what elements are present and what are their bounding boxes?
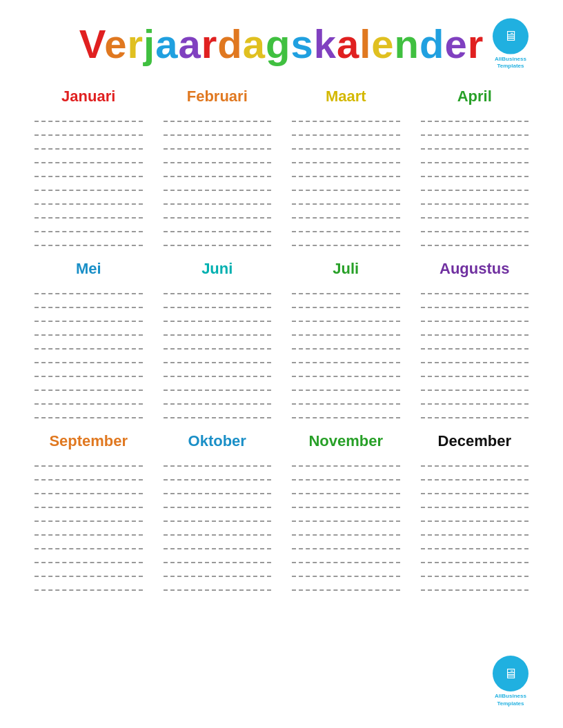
dashed-lines bbox=[34, 285, 143, 418]
dashed-line bbox=[421, 498, 529, 508]
dashed-line bbox=[421, 367, 529, 377]
dashed-line bbox=[164, 340, 272, 350]
logo-bottom: 🖥 AllBusinessTemplates bbox=[493, 656, 529, 707]
month-title: Juli bbox=[292, 260, 400, 278]
dashed-line bbox=[34, 409, 143, 418]
dashed-line bbox=[421, 112, 529, 122]
dashed-line bbox=[292, 223, 400, 232]
dashed-line bbox=[164, 181, 272, 191]
month-section: April bbox=[421, 88, 529, 246]
dashed-line bbox=[292, 126, 400, 136]
dashed-line bbox=[34, 554, 143, 563]
dashed-line bbox=[164, 526, 272, 536]
dashed-line bbox=[421, 168, 529, 177]
dashed-lines bbox=[421, 285, 529, 418]
dashed-line bbox=[34, 354, 143, 363]
dashed-line bbox=[164, 195, 272, 205]
dashed-line bbox=[164, 471, 272, 481]
month-section: Juli bbox=[292, 260, 400, 418]
dashed-line bbox=[164, 381, 272, 391]
dashed-line bbox=[421, 409, 529, 418]
dashed-line bbox=[292, 354, 400, 363]
dashed-line bbox=[421, 457, 529, 467]
dashed-line bbox=[34, 395, 143, 405]
dashed-line bbox=[164, 236, 272, 246]
dashed-line bbox=[164, 112, 272, 122]
dashed-line bbox=[292, 326, 400, 336]
logo-text-bottom: AllBusinessTemplates bbox=[495, 693, 526, 707]
month-section: Augustus bbox=[421, 260, 529, 418]
dashed-line bbox=[34, 485, 143, 494]
dashed-line bbox=[34, 209, 143, 219]
dashed-line bbox=[34, 140, 143, 150]
dashed-line bbox=[34, 498, 143, 508]
dashed-line bbox=[164, 367, 272, 377]
dashed-lines bbox=[164, 457, 272, 591]
dashed-lines bbox=[421, 457, 529, 591]
dashed-line bbox=[164, 168, 272, 177]
dashed-lines bbox=[34, 112, 143, 246]
dashed-line bbox=[164, 209, 272, 219]
month-section: Oktober bbox=[164, 432, 272, 591]
dashed-line bbox=[164, 154, 272, 163]
month-section: Januari bbox=[34, 88, 143, 246]
month-title: April bbox=[421, 88, 529, 105]
header: Verjaardagskalender 🖥 AllBusinessTemplat… bbox=[34, 21, 529, 67]
dashed-line bbox=[34, 285, 143, 294]
dashed-line bbox=[292, 554, 400, 563]
dashed-line bbox=[164, 285, 272, 294]
monitor-icon-bottom: 🖥 bbox=[504, 666, 517, 682]
month-section: September bbox=[34, 432, 143, 591]
dashed-line bbox=[421, 554, 529, 563]
dashed-line bbox=[164, 223, 272, 232]
dashed-line bbox=[292, 471, 400, 481]
month-section: November bbox=[292, 432, 400, 591]
logo-top: 🖥 AllBusinessTemplates bbox=[493, 18, 529, 70]
dashed-line bbox=[292, 299, 400, 308]
dashed-line bbox=[421, 526, 529, 536]
month-title: December bbox=[421, 432, 529, 450]
dashed-line bbox=[421, 340, 529, 350]
dashed-line bbox=[292, 526, 400, 536]
dashed-lines bbox=[292, 112, 400, 246]
dashed-line bbox=[421, 381, 529, 391]
dashed-line bbox=[34, 326, 143, 336]
dashed-line bbox=[421, 471, 529, 481]
dashed-line bbox=[34, 457, 143, 467]
dashed-line bbox=[292, 367, 400, 377]
dashed-line bbox=[164, 581, 272, 591]
dashed-line bbox=[164, 457, 272, 467]
calendar-grid: JanuariFebruariMaartAprilMeiJuniJuliAugu… bbox=[34, 88, 529, 591]
dashed-line bbox=[292, 567, 400, 577]
dashed-line bbox=[292, 498, 400, 508]
logo-circle-top: 🖥 bbox=[493, 18, 529, 54]
dashed-line bbox=[164, 498, 272, 508]
dashed-line bbox=[292, 168, 400, 177]
dashed-line bbox=[292, 581, 400, 591]
month-section: Februari bbox=[164, 88, 272, 246]
dashed-line bbox=[34, 312, 143, 322]
dashed-line bbox=[292, 195, 400, 205]
dashed-line bbox=[292, 340, 400, 350]
dashed-line bbox=[34, 471, 143, 481]
dashed-line bbox=[421, 512, 529, 522]
dashed-line bbox=[164, 395, 272, 405]
dashed-line bbox=[421, 223, 529, 232]
dashed-line bbox=[34, 299, 143, 308]
month-title: Februari bbox=[164, 88, 272, 105]
dashed-lines bbox=[164, 112, 272, 246]
dashed-line bbox=[421, 181, 529, 191]
dashed-line bbox=[421, 540, 529, 549]
dashed-line bbox=[164, 126, 272, 136]
dashed-line bbox=[34, 540, 143, 549]
dashed-line bbox=[34, 223, 143, 232]
dashed-line bbox=[164, 312, 272, 322]
dashed-line bbox=[421, 299, 529, 308]
dashed-line bbox=[34, 181, 143, 191]
dashed-line bbox=[421, 195, 529, 205]
dashed-line bbox=[34, 581, 143, 591]
dashed-line bbox=[292, 112, 400, 122]
dashed-line bbox=[421, 485, 529, 494]
dashed-line bbox=[292, 381, 400, 391]
page: Verjaardagskalender 🖥 AllBusinessTemplat… bbox=[0, 0, 563, 728]
